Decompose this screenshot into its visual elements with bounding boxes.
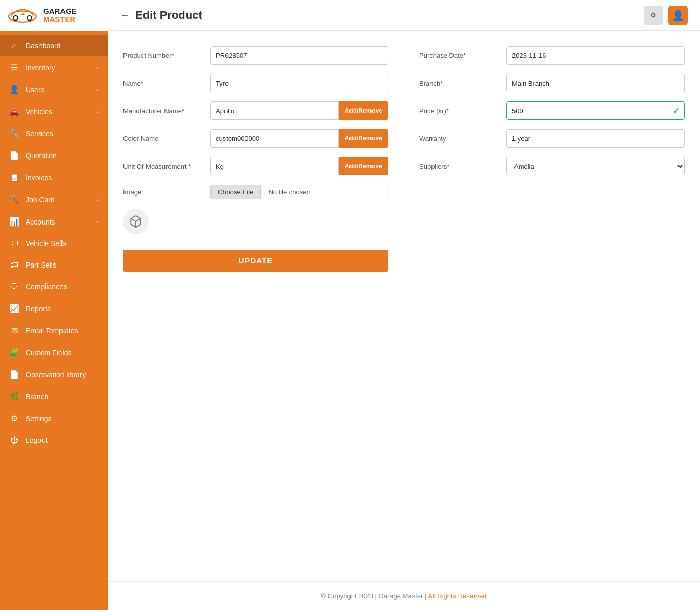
sidebar-nav: ⌂ Dashboard ☰ Inventory › 👤 Users › 🚗 Ve… (0, 31, 108, 610)
reports-icon: 📈 (9, 303, 19, 313)
chevron-right-icon: › (96, 87, 98, 93)
svg-point-4 (22, 13, 24, 16)
topbar: ← Edit Product ⚙ 👤 (108, 0, 700, 31)
check-icon: ✓ (673, 106, 680, 116)
sidebar-item-email-templates[interactable]: ✉ Email Templates (0, 319, 108, 341)
sidebar-item-vehicles[interactable]: 🚗 Vehicles › (0, 100, 108, 123)
suppliers-label: Suppliers* (419, 162, 506, 170)
sidebar-item-invoices[interactable]: 📋 Invoices (0, 167, 108, 189)
name-row: Name* (123, 74, 388, 92)
price-label: Price (kr)* (419, 107, 506, 115)
sidebar-item-services[interactable]: 🔧 Services (0, 123, 108, 145)
suppliers-select[interactable]: Amelia John Sarah (506, 157, 685, 175)
sidebar-item-label: Inventory (26, 64, 55, 72)
sidebar-item-label: Branch (26, 393, 48, 401)
sidebar: GARAGE MASTER ⌂ Dashboard ☰ Inventory › … (0, 0, 108, 610)
product-number-input[interactable] (210, 46, 388, 65)
sidebar-item-compliances[interactable]: 🛡 Compliances (0, 276, 108, 297)
sidebar-item-label: Dashboard (26, 42, 61, 50)
sidebar-item-label: Part Sells (26, 261, 56, 269)
sidebar-item-custom-fields[interactable]: 🧩 Custom Fields (0, 341, 108, 363)
sidebar-item-users[interactable]: 👤 Users › (0, 78, 108, 100)
right-column: Purchase Date* Branch* Price (kr)* ✓ (419, 46, 685, 272)
warranty-input[interactable] (506, 129, 685, 148)
part-sells-icon: 🏷 (9, 260, 19, 270)
purchase-date-input[interactable] (506, 46, 685, 65)
manufacturer-row: Manufacturer Name* Add/Remove (123, 101, 388, 120)
warranty-label: Warranty (419, 135, 506, 143)
price-row: Price (kr)* ✓ (419, 101, 685, 120)
footer: © Copyright 2023 | Garage Master | All R… (108, 581, 700, 610)
sidebar-item-label: Settings (26, 415, 52, 423)
unit-add-remove-button[interactable]: Add/Remove (339, 157, 388, 175)
color-input[interactable] (210, 129, 339, 148)
sidebar-item-accounts[interactable]: 📊 Accounts › (0, 211, 108, 233)
sidebar-item-observation-library[interactable]: 📄 Observation library (0, 363, 108, 385)
branch-row: Branch* (419, 74, 685, 92)
sidebar-item-reports[interactable]: 📈 Reports (0, 297, 108, 319)
topbar-actions: ⚙ 👤 (644, 6, 688, 25)
sidebar-item-job-card[interactable]: 🔨 Job Card › (0, 189, 108, 211)
email-icon: ✉ (9, 326, 19, 335)
price-input[interactable] (506, 101, 685, 120)
main-content: ← Edit Product ⚙ 👤 Product Number* (108, 0, 700, 610)
back-button[interactable]: ← (120, 9, 130, 21)
choose-file-button[interactable]: Choose File (210, 185, 261, 199)
gear-icon: ⚙ (650, 11, 656, 19)
sidebar-item-label: Email Templates (26, 327, 78, 335)
product-image-placeholder (123, 209, 149, 234)
unit-input[interactable] (210, 157, 339, 175)
color-row: Color Name Add/Remove (123, 129, 388, 148)
sidebar-item-label: Accounts (26, 218, 55, 226)
page-header: ← Edit Product (120, 9, 202, 22)
settings-button[interactable]: ⚙ (644, 6, 663, 25)
chevron-right-icon: › (96, 109, 98, 115)
warranty-row: Warranty (419, 129, 685, 148)
custom-fields-icon: 🧩 (9, 348, 19, 357)
sidebar-item-branch[interactable]: 🌿 Branch (0, 385, 108, 408)
observation-icon: 📄 (9, 370, 19, 379)
purchase-date-row: Purchase Date* (419, 46, 685, 65)
manufacturer-add-remove-button[interactable]: Add/Remove (339, 101, 388, 120)
sidebar-item-vehicle-sells[interactable]: 🏷 Vehicle Sells (0, 233, 108, 254)
sidebar-item-part-sells[interactable]: 🏷 Part Sells (0, 254, 108, 276)
svg-point-0 (9, 11, 36, 22)
branch-input[interactable] (506, 74, 685, 92)
manufacturer-input[interactable] (210, 101, 339, 120)
vehicles-icon: 🚗 (9, 107, 19, 116)
file-name-display: No file chosen (261, 185, 388, 199)
unit-row: Unit Of Measurement * Add/Remove (123, 157, 388, 175)
sidebar-item-label: Users (26, 86, 45, 94)
sidebar-item-settings[interactable]: ⚙ Settings (0, 408, 108, 430)
branch-label: Branch* (419, 79, 506, 87)
unit-label: Unit Of Measurement * (123, 162, 210, 170)
inventory-icon: ☰ (9, 63, 19, 72)
sidebar-item-inventory[interactable]: ☰ Inventory › (0, 56, 108, 78)
unit-input-group: Add/Remove (210, 157, 388, 175)
users-icon: 👤 (9, 85, 19, 94)
color-input-group: Add/Remove (210, 129, 388, 148)
image-label: Image (123, 188, 210, 196)
page-title: Edit Product (135, 9, 202, 22)
manufacturer-input-group: Add/Remove (210, 101, 388, 120)
quotation-icon: 📄 (9, 151, 19, 160)
user-profile-button[interactable]: 👤 (668, 6, 688, 25)
sidebar-item-label: Invoices (26, 174, 52, 182)
invoices-icon: 📋 (9, 173, 19, 182)
form-grid: Product Number* Name* Manufacturer Name*… (123, 46, 685, 272)
price-input-group: ✓ (506, 101, 685, 120)
sidebar-item-label: Custom Fields (26, 349, 71, 357)
sidebar-item-logout[interactable]: ⏻ Logout (0, 430, 108, 451)
sidebar-item-quotation[interactable]: 📄 Quotation (0, 145, 108, 167)
color-add-remove-button[interactable]: Add/Remove (339, 129, 388, 148)
svg-point-2 (27, 16, 32, 21)
footer-link[interactable]: All Rights Reserved (428, 592, 486, 600)
svg-point-1 (13, 16, 18, 21)
sidebar-item-label: Services (26, 130, 53, 138)
update-button[interactable]: UPDATE (123, 250, 388, 272)
sidebar-item-dashboard[interactable]: ⌂ Dashboard (0, 35, 108, 56)
logo-master: MASTER (43, 15, 77, 24)
name-input[interactable] (210, 74, 388, 92)
vehicle-sells-icon: 🏷 (9, 239, 19, 248)
name-label: Name* (123, 79, 210, 87)
